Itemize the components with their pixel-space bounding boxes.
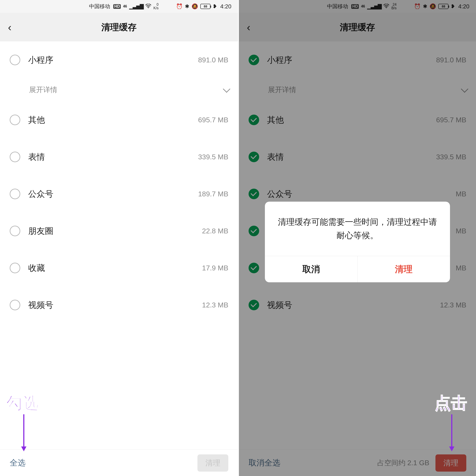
list-item[interactable]: 公众号 189.7 MB bbox=[0, 175, 238, 212]
bottom-bar: 取消全选 占空间约 2.1 GB 清理 bbox=[239, 450, 476, 476]
carrier-label: 中国移动 bbox=[89, 3, 110, 10]
app-header: ‹ 清理缓存 bbox=[239, 13, 476, 41]
wifi-icon bbox=[383, 3, 389, 9]
signal-icon: ▁▃▅▇ bbox=[129, 3, 143, 9]
list-item[interactable]: 其他 695.7 MB bbox=[0, 101, 238, 138]
item-label: 公众号 bbox=[28, 188, 198, 200]
item-size: 891.0 MB bbox=[198, 56, 228, 64]
chevron-down-icon bbox=[223, 85, 230, 93]
arrow-down-icon bbox=[447, 414, 456, 452]
item-size: 189.7 MB bbox=[198, 190, 228, 198]
item-size: 339.5 MB bbox=[436, 153, 466, 161]
svg-marker-2 bbox=[21, 446, 26, 451]
mute-icon: 🔕 bbox=[429, 3, 436, 9]
clean-button[interactable]: 清理 bbox=[435, 454, 466, 472]
mute-icon: 🔕 bbox=[191, 3, 198, 9]
item-size: 695.7 MB bbox=[198, 116, 228, 124]
dialog-cancel-button[interactable]: 取消 bbox=[265, 256, 358, 282]
list-item[interactable]: 朋友圈 22.8 MB bbox=[0, 212, 238, 250]
checkbox-icon[interactable] bbox=[10, 226, 20, 236]
list-item[interactable]: 其他 695.7 MB bbox=[239, 101, 476, 138]
wifi-icon bbox=[145, 3, 151, 9]
battery-icon: 88 bbox=[200, 4, 210, 9]
dialog-confirm-button[interactable]: 清理 bbox=[358, 256, 450, 282]
item-label: 表情 bbox=[267, 151, 436, 163]
leaf-icon: ❥ bbox=[213, 3, 217, 9]
item-size: MB bbox=[456, 227, 466, 235]
back-button[interactable]: ‹ bbox=[247, 21, 250, 33]
checkbox-icon[interactable] bbox=[10, 55, 20, 65]
confirm-dialog: 清理缓存可能需要一些时间，清理过程中请耐心等候。 取消 清理 bbox=[265, 202, 450, 282]
clock: 4:20 bbox=[458, 3, 469, 10]
svg-point-3 bbox=[386, 7, 387, 8]
clean-button-disabled[interactable]: 清理 bbox=[197, 454, 228, 472]
app-header: ‹ 清理缓存 bbox=[0, 13, 238, 41]
item-label: 视频号 bbox=[28, 300, 202, 311]
list-item[interactable]: 收藏 17.9 MB bbox=[0, 250, 238, 287]
pane-right: 中国移动 HD 46 ▁▃▅▇ 24B/s ⏰ ✱ 🔕 88 ❥ 4:20 ‹ … bbox=[238, 0, 476, 476]
carrier-label: 中国移动 bbox=[327, 3, 348, 10]
annotation-left: 勾选 bbox=[6, 392, 39, 414]
item-label: 小程序 bbox=[267, 54, 436, 66]
dialog-actions: 取消 清理 bbox=[265, 256, 450, 282]
expand-details[interactable]: 展开详情 bbox=[239, 78, 476, 101]
alarm-icon: ⏰ bbox=[414, 3, 421, 9]
list-item[interactable]: 视频号 12.3 MB bbox=[0, 287, 238, 323]
status-bar: 中国移动 HD 46 ▁▃▅▇ 24B/s ⏰ ✱ 🔕 88 ❥ 4:20 bbox=[239, 0, 476, 13]
checkbox-checked-icon[interactable] bbox=[249, 189, 259, 199]
item-label: 公众号 bbox=[267, 188, 456, 200]
expand-details[interactable]: 展开详情 bbox=[0, 78, 238, 101]
checkbox-icon[interactable] bbox=[10, 189, 20, 199]
dialog-message: 清理缓存可能需要一些时间，清理过程中请耐心等候。 bbox=[265, 202, 450, 256]
list-item[interactable]: 小程序 891.0 MB bbox=[239, 41, 476, 78]
page-title: 清理缓存 bbox=[0, 21, 238, 33]
bottom-bar: 全选 清理 bbox=[0, 450, 238, 476]
checkbox-checked-icon[interactable] bbox=[249, 226, 259, 236]
item-label: 收藏 bbox=[28, 262, 202, 274]
checkbox-icon[interactable] bbox=[10, 152, 20, 162]
checkbox-checked-icon[interactable] bbox=[249, 263, 259, 273]
battery-icon: 88 bbox=[438, 4, 448, 9]
checkbox-checked-icon[interactable] bbox=[249, 300, 259, 310]
list-item[interactable]: 表情 339.5 MB bbox=[239, 138, 476, 175]
pane-left: 中国移动 HD 46 ▁▃▅▇ 0K/s ⏰ ✱ 🔕 88 ❥ 4:20 ‹ 清… bbox=[0, 0, 238, 476]
svg-point-0 bbox=[148, 7, 149, 8]
item-size: MB bbox=[456, 190, 466, 198]
leaf-icon: ❥ bbox=[451, 3, 455, 9]
checkbox-checked-icon[interactable] bbox=[249, 152, 259, 162]
back-button[interactable]: ‹ bbox=[8, 21, 12, 33]
list-item[interactable]: 视频号 12.3 MB bbox=[239, 287, 476, 323]
net-gen: 46 bbox=[361, 4, 365, 8]
signal-icon: ▁▃▅▇ bbox=[367, 3, 381, 9]
page-title: 清理缓存 bbox=[239, 21, 476, 33]
cache-list: 小程序 891.0 MB 展开详情 其他 695.7 MB 表情 339.5 M… bbox=[0, 41, 238, 450]
select-all-button[interactable]: 全选 bbox=[10, 458, 26, 468]
chevron-down-icon bbox=[461, 85, 468, 93]
checkbox-checked-icon[interactable] bbox=[249, 55, 259, 65]
item-size: 12.3 MB bbox=[440, 301, 466, 309]
unselect-all-button[interactable]: 取消全选 bbox=[249, 458, 280, 468]
checkbox-icon[interactable] bbox=[10, 263, 20, 273]
item-size: 891.0 MB bbox=[436, 56, 466, 64]
status-bar: 中国移动 HD 46 ▁▃▅▇ 0K/s ⏰ ✱ 🔕 88 ❥ 4:20 bbox=[0, 0, 238, 13]
item-label: 其他 bbox=[28, 114, 198, 126]
checkbox-icon[interactable] bbox=[10, 300, 20, 310]
hd-badge: HD bbox=[113, 4, 121, 9]
item-size: 339.5 MB bbox=[198, 153, 228, 161]
expand-label: 展开详情 bbox=[29, 85, 57, 95]
checkbox-checked-icon[interactable] bbox=[249, 115, 259, 125]
list-item[interactable]: 表情 339.5 MB bbox=[0, 138, 238, 175]
item-size: 12.3 MB bbox=[202, 301, 228, 309]
item-label: 小程序 bbox=[28, 54, 198, 66]
svg-marker-5 bbox=[449, 446, 454, 451]
space-estimate: 占空间约 2.1 GB bbox=[377, 458, 429, 468]
annotation-right: 点击 bbox=[435, 392, 467, 414]
arrow-down-icon bbox=[19, 414, 28, 452]
clock: 4:20 bbox=[220, 3, 231, 10]
item-label: 视频号 bbox=[267, 300, 440, 311]
checkbox-icon[interactable] bbox=[10, 115, 20, 125]
bluetooth-icon: ✱ bbox=[423, 3, 427, 9]
item-size: MB bbox=[456, 264, 466, 272]
list-item[interactable]: 小程序 891.0 MB bbox=[0, 41, 238, 78]
item-size: 695.7 MB bbox=[436, 116, 466, 124]
